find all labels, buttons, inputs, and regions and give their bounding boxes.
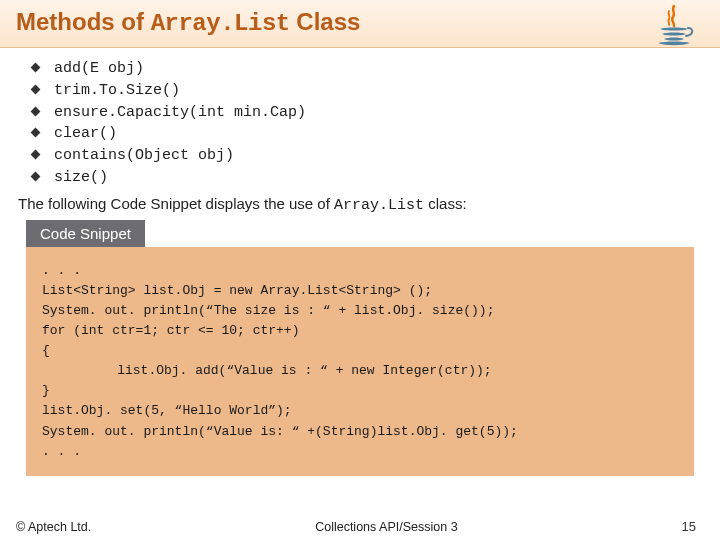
copyright-text: © Aptech Ltd. <box>16 520 91 534</box>
list-item: contains(Object obj) <box>18 145 702 167</box>
intro-text: The following Code Snippet displays the … <box>18 195 702 214</box>
list-item: clear() <box>18 123 702 145</box>
method-text: trim.To.Size() <box>54 82 180 99</box>
code-line: { <box>42 341 678 361</box>
slide-title: Methods of Array.List Class <box>16 8 704 37</box>
bullet-icon <box>31 63 41 73</box>
code-block: . . .List<String> list.Obj = new Array.L… <box>26 247 694 476</box>
list-item: add(E obj) <box>18 58 702 80</box>
bullet-icon <box>31 128 41 138</box>
title-code: Array.List <box>151 10 290 37</box>
intro-code: Array.List <box>334 197 424 214</box>
list-item: ensure.Capacity(int min.Cap) <box>18 102 702 124</box>
intro-post: class: <box>424 195 467 212</box>
method-list: add(E obj) trim.To.Size() ensure.Capacit… <box>18 58 702 189</box>
title-pre: Methods of <box>16 8 151 35</box>
page-number: 15 <box>682 519 704 534</box>
bullet-icon <box>31 171 41 181</box>
code-line: List<String> list.Obj = new Array.List<S… <box>42 281 678 301</box>
slide-header: Methods of Array.List Class <box>0 0 720 48</box>
slide-content: add(E obj) trim.To.Size() ensure.Capacit… <box>0 48 720 476</box>
method-text: contains(Object obj) <box>54 147 234 164</box>
code-line: . . . <box>42 442 678 462</box>
bullet-icon <box>31 106 41 116</box>
code-line: . . . <box>42 261 678 281</box>
method-text: size() <box>54 169 108 186</box>
code-line: list.Obj. set(5, “Hello World”); <box>42 401 678 421</box>
code-line: for (int ctr=1; ctr <= 10; ctr++) <box>42 321 678 341</box>
code-line: list.Obj. add(“Value is : “ + new Intege… <box>42 361 678 381</box>
intro-pre: The following Code Snippet displays the … <box>18 195 334 212</box>
code-line: System. out. println(“Value is: “ +(Stri… <box>42 422 678 442</box>
code-line: } <box>42 381 678 401</box>
list-item: size() <box>18 167 702 189</box>
bullet-icon <box>31 84 41 94</box>
slide-footer: © Aptech Ltd. Collections API/Session 3 … <box>0 519 720 534</box>
title-post: Class <box>290 8 361 35</box>
method-text: add(E obj) <box>54 60 144 77</box>
method-text: clear() <box>54 125 117 142</box>
bullet-icon <box>31 150 41 160</box>
footer-center: Collections API/Session 3 <box>315 520 457 534</box>
java-logo-icon <box>646 2 702 48</box>
code-line: System. out. println(“The size is : “ + … <box>42 301 678 321</box>
list-item: trim.To.Size() <box>18 80 702 102</box>
method-text: ensure.Capacity(int min.Cap) <box>54 104 306 121</box>
code-snippet-label: Code Snippet <box>26 220 145 247</box>
